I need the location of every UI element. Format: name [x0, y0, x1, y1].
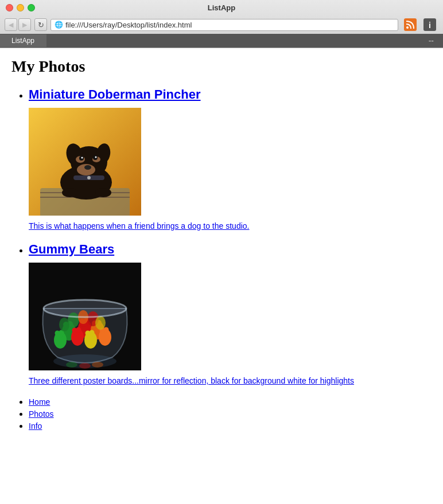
photo-caption-doberman[interactable]: This is what happens when a friend bring…	[29, 221, 432, 230]
svg-point-51	[104, 327, 109, 333]
nav-link-info[interactable]: Info	[29, 421, 42, 431]
address-icon: 🌐	[55, 21, 63, 29]
list-item: Info	[29, 421, 432, 431]
rss-icon-button[interactable]	[402, 18, 419, 32]
rss-icon	[404, 18, 417, 31]
maximize-button[interactable]	[28, 4, 35, 11]
forward-button[interactable]: ▶	[18, 18, 31, 31]
page-content: My Photos Miniature Doberman Pincher	[0, 48, 443, 450]
photo-title-doberman[interactable]: Miniature Doberman Pincher	[29, 87, 201, 101]
close-button[interactable]	[6, 4, 13, 11]
photo-image-doberman	[29, 108, 141, 216]
address-bar-wrapper: 🌐	[50, 19, 398, 31]
svg-point-23	[62, 188, 78, 197]
tab-plus: --	[424, 34, 438, 48]
dog-svg	[29, 108, 141, 216]
svg-point-1	[406, 26, 409, 29]
svg-point-18	[81, 157, 83, 159]
svg-point-63	[79, 363, 91, 369]
photo-caption-gummy[interactable]: Three different poster boards...mirror f…	[29, 376, 432, 385]
list-item: Photos	[29, 409, 432, 419]
refresh-button[interactable]: ↻	[34, 18, 47, 31]
gummy-svg	[29, 263, 141, 370]
svg-point-62	[66, 362, 77, 368]
list-item: Home	[29, 397, 432, 407]
svg-point-19	[95, 157, 97, 158]
svg-point-55	[90, 330, 95, 335]
svg-point-60	[59, 318, 69, 331]
info-icon-button[interactable]: i	[421, 18, 438, 32]
svg-point-24	[95, 188, 111, 197]
svg-point-56	[68, 312, 79, 327]
browser-chrome: ListApp ◀ ▶ ↻ 🌐 i	[0, 0, 443, 48]
nav-link-home[interactable]: Home	[29, 397, 50, 407]
nav-link-photos[interactable]: Photos	[29, 409, 54, 419]
nav-extra-icons: i	[402, 18, 438, 32]
window-controls	[6, 4, 35, 11]
tabs-bar: ListApp --	[0, 34, 443, 48]
page-title: My Photos	[11, 57, 432, 76]
address-input[interactable]	[65, 21, 394, 29]
nav-arrows: ◀ ▶	[5, 18, 31, 31]
title-bar: ListApp	[0, 0, 443, 15]
photo-image-gummy	[29, 263, 141, 370]
tab-listapp[interactable]: ListApp	[0, 34, 46, 47]
list-item: Miniature Doberman Pincher	[29, 87, 432, 230]
nav-bar: ◀ ▶ ↻ 🌐 i	[0, 15, 443, 34]
window-title: ListApp	[208, 3, 235, 12]
photo-list: Miniature Doberman Pincher	[11, 87, 432, 385]
svg-point-59	[95, 316, 106, 330]
list-item: Gummy Bears	[29, 242, 432, 385]
svg-point-43	[76, 327, 81, 333]
back-button[interactable]: ◀	[5, 18, 17, 31]
svg-point-20	[84, 165, 91, 170]
svg-point-22	[87, 176, 91, 179]
svg-text:i: i	[429, 21, 431, 30]
svg-point-64	[92, 362, 103, 368]
bottom-nav: Home Photos Info	[11, 397, 432, 431]
svg-rect-0	[404, 18, 417, 31]
photo-title-gummy[interactable]: Gummy Bears	[29, 242, 114, 256]
minimize-button[interactable]	[17, 4, 24, 11]
info-icon: i	[423, 18, 436, 31]
